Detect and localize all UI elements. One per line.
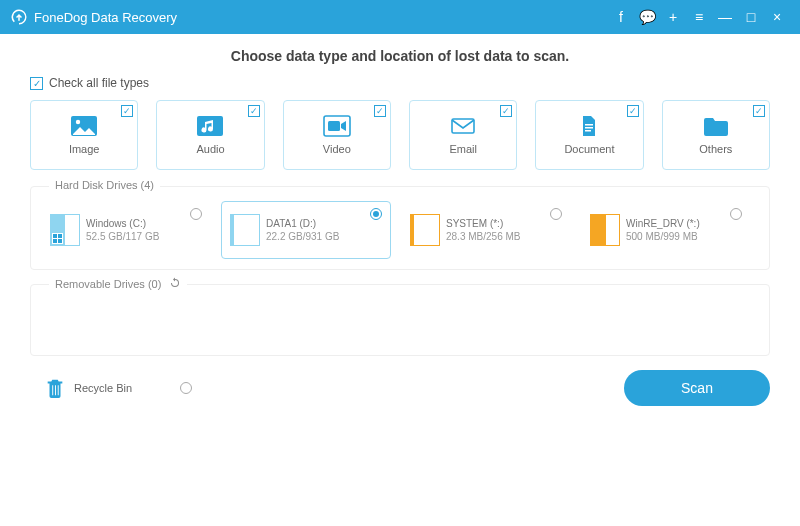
type-checkbox[interactable]: ✓: [248, 105, 260, 117]
type-label: Image: [69, 143, 100, 155]
svg-rect-2: [197, 116, 223, 136]
drive-size: 28.3 MB/256 MB: [446, 231, 520, 242]
drive-name: WinRE_DRV (*:): [626, 218, 700, 229]
svg-rect-5: [452, 119, 474, 133]
bottom-row: Recycle Bin Scan: [30, 370, 770, 406]
drive-icon: [410, 214, 440, 246]
video-icon: [323, 115, 351, 137]
menu-icon[interactable]: ≡: [686, 4, 712, 30]
titlebar: FoneDog Data Recovery f 💬 + ≡ — □ ×: [0, 0, 800, 34]
check-all-checkbox[interactable]: ✓: [30, 77, 43, 90]
removable-legend-text: Removable Drives (0): [55, 278, 161, 290]
drive-size: 22.2 GB/931 GB: [266, 231, 339, 242]
file-type-grid: ✓Image✓Audio✓Video✓Email✓Document✓Others: [30, 100, 770, 170]
type-checkbox[interactable]: ✓: [374, 105, 386, 117]
drive-name: SYSTEM (*:): [446, 218, 520, 229]
drive-item[interactable]: DATA1 (D:)22.2 GB/931 GB: [221, 201, 391, 259]
hard-drives-legend: Hard Disk Drives (4): [49, 179, 160, 191]
drive-radio[interactable]: [730, 208, 742, 220]
check-all-row[interactable]: ✓ Check all file types: [30, 76, 770, 90]
drive-icon: [50, 214, 80, 246]
type-image[interactable]: ✓Image: [30, 100, 138, 170]
type-email[interactable]: ✓Email: [409, 100, 517, 170]
type-checkbox[interactable]: ✓: [121, 105, 133, 117]
type-label: Document: [564, 143, 614, 155]
recycle-bin-label: Recycle Bin: [74, 382, 132, 394]
drive-radio[interactable]: [370, 208, 382, 220]
refresh-icon[interactable]: [169, 277, 181, 291]
facebook-icon[interactable]: f: [608, 4, 634, 30]
svg-rect-4: [328, 121, 340, 131]
drive-radio[interactable]: [550, 208, 562, 220]
audio-icon: [196, 115, 224, 137]
type-checkbox[interactable]: ✓: [500, 105, 512, 117]
type-label: Email: [449, 143, 477, 155]
app-logo: FoneDog Data Recovery: [10, 8, 177, 26]
drive-item[interactable]: SYSTEM (*:)28.3 MB/256 MB: [401, 201, 571, 259]
drive-name: Windows (C:): [86, 218, 159, 229]
minimize-button[interactable]: —: [712, 4, 738, 30]
others-icon: [702, 115, 730, 137]
maximize-button[interactable]: □: [738, 4, 764, 30]
svg-point-1: [76, 120, 80, 124]
type-others[interactable]: ✓Others: [662, 100, 770, 170]
type-video[interactable]: ✓Video: [283, 100, 391, 170]
removable-drives-legend: Removable Drives (0): [49, 277, 187, 291]
page-heading: Choose data type and location of lost da…: [30, 48, 770, 64]
type-label: Video: [323, 143, 351, 155]
type-audio[interactable]: ✓Audio: [156, 100, 264, 170]
type-checkbox[interactable]: ✓: [753, 105, 765, 117]
removable-drives-group: Removable Drives (0): [30, 284, 770, 356]
drive-radio[interactable]: [190, 208, 202, 220]
hard-drives-list: Windows (C:)52.5 GB/117 GBDATA1 (D:)22.2…: [41, 201, 759, 259]
drive-icon: [230, 214, 260, 246]
logo-icon: [10, 8, 28, 26]
trash-icon: [44, 375, 66, 401]
app-title: FoneDog Data Recovery: [34, 10, 177, 25]
type-label: Others: [699, 143, 732, 155]
drive-icon: [590, 214, 620, 246]
recycle-bin-radio[interactable]: [180, 382, 192, 394]
hard-drives-group: Hard Disk Drives (4) Windows (C:)52.5 GB…: [30, 186, 770, 270]
scan-button[interactable]: Scan: [624, 370, 770, 406]
recycle-bin-option[interactable]: Recycle Bin: [44, 375, 204, 401]
check-all-label: Check all file types: [49, 76, 149, 90]
drive-item[interactable]: Windows (C:)52.5 GB/117 GB: [41, 201, 211, 259]
document-icon: [575, 115, 603, 137]
type-label: Audio: [196, 143, 224, 155]
type-document[interactable]: ✓Document: [535, 100, 643, 170]
close-button[interactable]: ×: [764, 4, 790, 30]
email-icon: [449, 115, 477, 137]
drive-size: 500 MB/999 MB: [626, 231, 700, 242]
feedback-icon[interactable]: 💬: [634, 4, 660, 30]
drive-item[interactable]: WinRE_DRV (*:)500 MB/999 MB: [581, 201, 751, 259]
image-icon: [70, 115, 98, 137]
type-checkbox[interactable]: ✓: [627, 105, 639, 117]
drive-name: DATA1 (D:): [266, 218, 339, 229]
add-icon[interactable]: +: [660, 4, 686, 30]
drive-size: 52.5 GB/117 GB: [86, 231, 159, 242]
